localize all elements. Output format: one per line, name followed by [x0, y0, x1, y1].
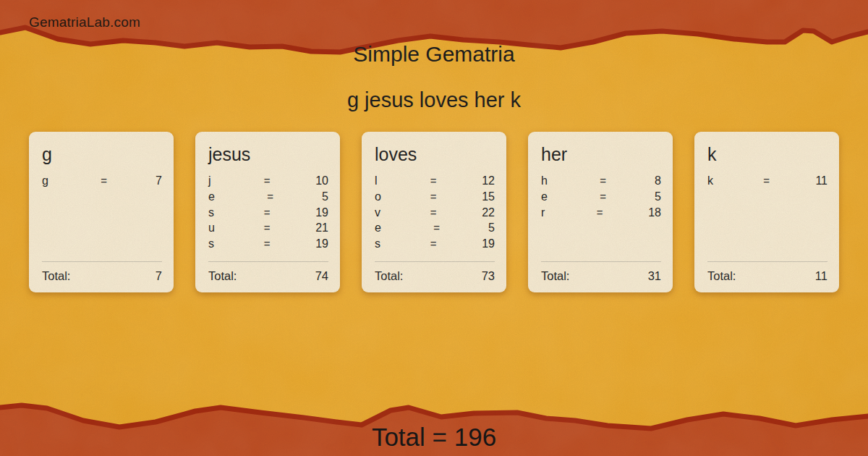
- card-word-title: g: [42, 143, 162, 165]
- letter: g: [42, 174, 52, 187]
- letter-rows: h = 8 e = 5 r = 18: [541, 174, 661, 221]
- letter-value: 22: [482, 206, 495, 219]
- letter: s: [375, 237, 385, 250]
- letter-row: o = 15: [375, 190, 495, 206]
- card-spacer: [541, 221, 661, 261]
- equals-sign: =: [385, 174, 482, 187]
- card-total-row: Total: 11: [707, 262, 827, 283]
- equals-sign: =: [385, 190, 482, 203]
- equals-sign: =: [218, 174, 315, 187]
- letter-rows: j = 10 e = 5 s = 19 u = 21 s = 19: [208, 174, 328, 253]
- letter-row: e = 5: [375, 221, 495, 237]
- letter-row: e = 5: [541, 190, 661, 206]
- letter: l: [375, 174, 385, 187]
- card-total-value: 31: [648, 269, 661, 283]
- letter-rows: l = 12 o = 15 v = 22 e = 5 s = 19: [375, 174, 495, 253]
- equals-sign: =: [551, 206, 648, 219]
- card-spacer: [208, 253, 328, 261]
- letter: u: [208, 221, 218, 235]
- page-title: Simple Gematria: [0, 42, 868, 67]
- equals-sign: =: [385, 206, 482, 219]
- card-total-value: 73: [482, 269, 495, 283]
- card-word-title: k: [707, 143, 827, 165]
- equals-sign: =: [218, 237, 315, 250]
- letter-value: 7: [156, 174, 162, 187]
- equals-sign: =: [218, 190, 322, 203]
- letter-value: 19: [315, 206, 328, 219]
- card-total-label: Total:: [375, 269, 403, 283]
- card-spacer: [707, 190, 827, 261]
- card-total-row: Total: 74: [208, 262, 328, 283]
- equals-sign: =: [218, 221, 315, 234]
- letter-value: 11: [815, 174, 827, 187]
- card-word-title: her: [541, 143, 661, 165]
- letter-row: s = 19: [208, 206, 328, 222]
- letter-value: 18: [648, 206, 661, 219]
- top-torn-band: [0, 0, 868, 80]
- card-total-label: Total:: [541, 269, 569, 283]
- query-phrase: g jesus loves her k: [0, 88, 868, 112]
- card-total-label: Total:: [208, 269, 237, 283]
- letter-row: v = 22: [375, 206, 495, 222]
- letter-row: l = 12: [375, 174, 495, 190]
- equals-sign: =: [551, 190, 655, 203]
- letter: s: [208, 237, 218, 250]
- equals-sign: =: [52, 174, 156, 187]
- card-total-value: 74: [315, 269, 328, 283]
- word-card: k k = 11 Total: 11: [694, 132, 839, 292]
- equals-sign: =: [218, 206, 315, 219]
- grand-total: Total = 196: [0, 423, 868, 452]
- card-word-title: loves: [375, 143, 495, 165]
- card-total-row: Total: 73: [375, 262, 495, 283]
- card-total-value: 7: [156, 269, 162, 283]
- card-total-value: 11: [815, 269, 827, 283]
- letter-value: 5: [322, 190, 328, 203]
- letter-row: s = 19: [208, 237, 328, 253]
- letter: h: [541, 174, 551, 187]
- letter: o: [375, 190, 385, 203]
- letter: j: [208, 174, 218, 187]
- letter-value: 5: [655, 190, 661, 203]
- letter-rows: g = 7: [42, 174, 162, 190]
- card-spacer: [375, 253, 495, 261]
- equals-sign: =: [385, 221, 488, 234]
- word-cards-container: g g = 7 Total: 7 jesus j = 10 e = 5 s = …: [29, 132, 839, 292]
- card-spacer: [42, 190, 162, 261]
- letter-value: 15: [482, 190, 495, 203]
- letter-row: j = 10: [208, 174, 328, 190]
- letter-row: e = 5: [208, 190, 328, 206]
- letter-value: 19: [482, 237, 495, 250]
- letter-row: g = 7: [42, 174, 162, 190]
- card-total-row: Total: 7: [42, 262, 162, 283]
- letter-value: 10: [315, 174, 328, 187]
- letter-rows: k = 11: [707, 174, 827, 190]
- equals-sign: =: [551, 174, 655, 187]
- letter: e: [208, 190, 218, 203]
- card-word-title: jesus: [208, 143, 328, 165]
- page: GematriaLab.com Simple Gematria g jesus …: [0, 0, 868, 456]
- equals-sign: =: [385, 237, 482, 250]
- word-card: loves l = 12 o = 15 v = 22 e = 5 s = 19 …: [362, 132, 506, 292]
- letter-row: u = 21: [208, 221, 328, 237]
- letter: r: [541, 206, 551, 219]
- card-total-label: Total:: [707, 269, 736, 283]
- word-card: jesus j = 10 e = 5 s = 19 u = 21 s = 19 …: [195, 132, 340, 292]
- letter: s: [208, 206, 218, 219]
- word-card: g g = 7 Total: 7: [29, 132, 174, 292]
- letter-row: s = 19: [375, 237, 495, 253]
- letter-row: r = 18: [541, 206, 661, 222]
- letter: k: [707, 174, 718, 187]
- letter: e: [541, 190, 551, 203]
- letter: e: [375, 221, 385, 235]
- letter-value: 19: [315, 237, 328, 250]
- letter-value: 5: [488, 221, 495, 235]
- site-logo-text: GematriaLab.com: [29, 14, 140, 30]
- letter-row: k = 11: [707, 174, 827, 190]
- card-total-row: Total: 31: [541, 262, 661, 283]
- letter-row: h = 8: [541, 174, 661, 190]
- letter-value: 21: [315, 221, 328, 235]
- letter-value: 12: [482, 174, 495, 187]
- letter: v: [375, 206, 385, 219]
- letter-value: 8: [655, 174, 661, 187]
- card-total-label: Total:: [42, 269, 70, 283]
